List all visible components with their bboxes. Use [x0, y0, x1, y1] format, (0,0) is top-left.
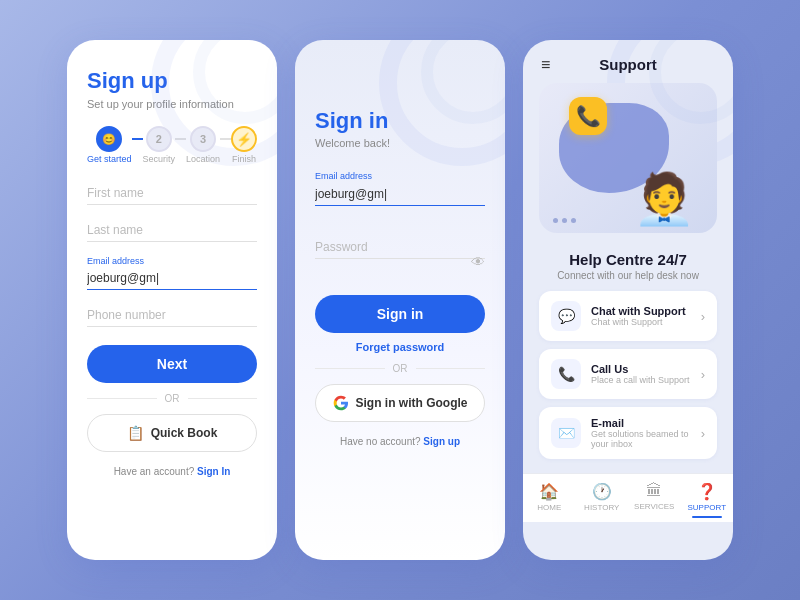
email-sub: Get solutions beamed to your inbox: [591, 429, 691, 449]
eye-icon[interactable]: 👁: [471, 254, 485, 270]
support-title: Support: [599, 56, 657, 73]
first-name-input[interactable]: [87, 182, 257, 205]
signin-email-label: Email address: [315, 171, 485, 181]
step-4: ⚡ Finish: [231, 126, 257, 164]
call-label: Call Us: [591, 363, 691, 375]
step-4-label: Finish: [232, 154, 256, 164]
hamburger-icon[interactable]: ≡: [541, 56, 550, 74]
step-4-circle: ⚡: [231, 126, 257, 152]
signin-password-input[interactable]: [315, 236, 485, 259]
email-icon: ✉️: [551, 418, 581, 448]
signin-link[interactable]: Sign In: [197, 466, 230, 477]
last-name-input[interactable]: [87, 219, 257, 242]
bottom-nav: 🏠 HOME 🕐 HISTORY 🏛 SERVICES ❓ SUPPORT: [523, 473, 733, 522]
nav-support[interactable]: ❓ SUPPORT: [681, 482, 734, 518]
support-body: Help Centre 24/7 Connect with our help d…: [523, 233, 733, 467]
support-header: ≡ Support: [523, 40, 733, 73]
phone-group: [87, 304, 257, 327]
call-sub: Place a call with Support: [591, 375, 691, 385]
quick-book-button[interactable]: 📋 Quick Book: [87, 414, 257, 452]
email-group: Email address: [87, 256, 257, 290]
email-arrow-icon: ›: [701, 426, 705, 441]
support-nav-icon: ❓: [697, 482, 717, 501]
signin-card: Sign in Welcome back! Email address 👁 Si…: [295, 40, 505, 560]
signup-link[interactable]: Sign up: [423, 436, 460, 447]
signup-card: Sign up Set up your profile information …: [67, 40, 277, 560]
help-centre-sub: Connect with our help desk now: [539, 270, 717, 281]
signin-email-input[interactable]: [315, 183, 485, 206]
nav-home[interactable]: 🏠 HOME: [523, 482, 576, 518]
call-icon: 📞: [551, 359, 581, 389]
email-support-item[interactable]: ✉️ E-mail Get solutions beamed to your i…: [539, 407, 717, 459]
stepper: 😊 Get started 2 Security 3 Location ⚡ Fi…: [87, 126, 257, 164]
step-line-1: [132, 138, 143, 140]
email-label: E-mail: [591, 417, 691, 429]
step-1: 😊 Get started: [87, 126, 132, 164]
chat-icon: 💬: [551, 301, 581, 331]
signup-subtitle: Set up your profile information: [87, 98, 257, 110]
have-account-text: Have an account? Sign In: [87, 466, 257, 477]
step-1-circle: 😊: [96, 126, 122, 152]
email-label: Email address: [87, 256, 257, 266]
call-support-item[interactable]: 📞 Call Us Place a call with Support ›: [539, 349, 717, 399]
step-3-circle: 3: [190, 126, 216, 152]
call-arrow-icon: ›: [701, 367, 705, 382]
step-line-2: [175, 138, 186, 140]
phone-call-icon: 📞: [569, 97, 607, 135]
person-illustration: 🧑‍💼: [633, 170, 695, 228]
signin-email-group: Email address: [315, 171, 485, 206]
signin-title: Sign in: [315, 108, 485, 134]
support-card: ≡ Support 📞 🧑‍💼 Help Centre 24/7 Connect…: [523, 40, 733, 560]
last-name-group: [87, 219, 257, 242]
chat-support-item[interactable]: 💬 Chat with Support Chat with Support ›: [539, 291, 717, 341]
google-icon: [333, 395, 349, 411]
services-icon: 🏛: [646, 482, 662, 500]
help-centre-title: Help Centre 24/7: [539, 251, 717, 268]
next-button[interactable]: Next: [87, 345, 257, 383]
step-line-3: [220, 138, 231, 140]
dots: [553, 218, 576, 223]
or-divider-2: OR: [315, 363, 485, 374]
chat-label: Chat with Support: [591, 305, 691, 317]
or-divider-1: OR: [87, 393, 257, 404]
signin-password-group: 👁: [315, 236, 485, 259]
active-indicator: [692, 516, 722, 518]
chat-arrow-icon: ›: [701, 309, 705, 324]
email-input[interactable]: [87, 267, 257, 290]
signin-subtitle: Welcome back!: [315, 137, 485, 149]
step-2-circle: 2: [146, 126, 172, 152]
nav-services[interactable]: 🏛 SERVICES: [628, 482, 681, 518]
chat-sub: Chat with Support: [591, 317, 691, 327]
google-signin-button[interactable]: Sign in with Google: [315, 384, 485, 422]
history-icon: 🕐: [592, 482, 612, 501]
forget-password-link[interactable]: Forget password: [315, 341, 485, 353]
step-3-label: Location: [186, 154, 220, 164]
home-icon: 🏠: [539, 482, 559, 501]
step-2: 2 Security: [143, 126, 176, 164]
step-3: 3 Location: [186, 126, 220, 164]
first-name-group: [87, 182, 257, 205]
step-1-label: Get started: [87, 154, 132, 164]
support-illustration: 📞 🧑‍💼: [539, 83, 717, 233]
phone-input[interactable]: [87, 304, 257, 327]
nav-history[interactable]: 🕐 HISTORY: [576, 482, 629, 518]
book-icon: 📋: [127, 425, 144, 441]
have-no-account-text: Have no account? Sign up: [315, 436, 485, 447]
signup-title: Sign up: [87, 68, 257, 94]
step-2-label: Security: [143, 154, 176, 164]
signin-button[interactable]: Sign in: [315, 295, 485, 333]
